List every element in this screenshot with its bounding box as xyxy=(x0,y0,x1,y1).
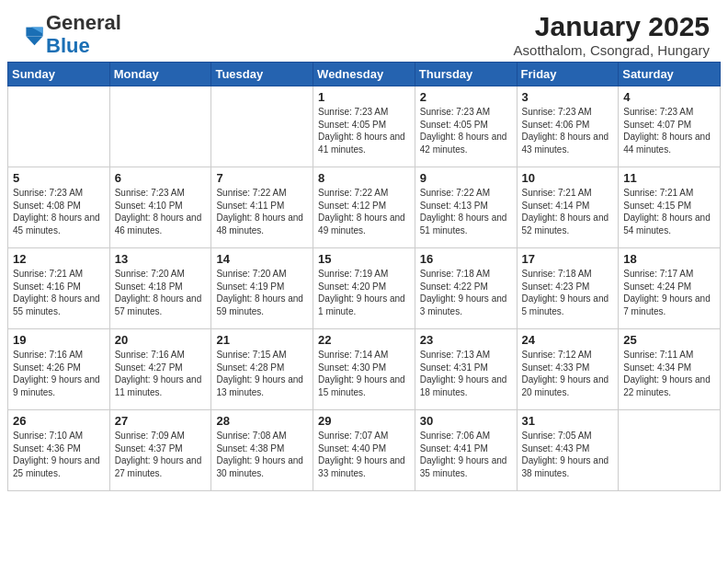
calendar-cell: 18Sunrise: 7:17 AM Sunset: 4:24 PM Dayli… xyxy=(619,248,721,329)
day-number: 16 xyxy=(420,252,512,266)
calendar-cell: 28Sunrise: 7:08 AM Sunset: 4:38 PM Dayli… xyxy=(211,410,313,491)
cell-info: Sunrise: 7:16 AM Sunset: 4:27 PM Dayligh… xyxy=(115,349,207,398)
calendar-cell: 13Sunrise: 7:20 AM Sunset: 4:18 PM Dayli… xyxy=(109,248,211,329)
logo-icon xyxy=(18,22,44,48)
day-number: 15 xyxy=(318,252,410,266)
day-number: 5 xyxy=(13,171,105,185)
day-number: 22 xyxy=(318,333,410,347)
days-header-row: SundayMondayTuesdayWednesdayThursdayFrid… xyxy=(8,63,721,86)
day-of-week-sunday: Sunday xyxy=(8,63,110,86)
day-number: 8 xyxy=(318,171,410,185)
calendar-cell: 9Sunrise: 7:22 AM Sunset: 4:13 PM Daylig… xyxy=(415,167,517,248)
day-number: 23 xyxy=(420,333,512,347)
cell-info: Sunrise: 7:07 AM Sunset: 4:40 PM Dayligh… xyxy=(318,430,410,479)
cell-info: Sunrise: 7:17 AM Sunset: 4:24 PM Dayligh… xyxy=(623,268,715,317)
logo-blue-text: Blue xyxy=(46,34,90,57)
calendar-cell: 17Sunrise: 7:18 AM Sunset: 4:23 PM Dayli… xyxy=(517,248,619,329)
calendar-cell: 4Sunrise: 7:23 AM Sunset: 4:07 PM Daylig… xyxy=(619,86,721,167)
day-number: 6 xyxy=(115,171,207,185)
cell-info: Sunrise: 7:23 AM Sunset: 4:07 PM Dayligh… xyxy=(623,106,715,155)
cell-info: Sunrise: 7:16 AM Sunset: 4:26 PM Dayligh… xyxy=(13,349,105,398)
cell-info: Sunrise: 7:12 AM Sunset: 4:33 PM Dayligh… xyxy=(522,349,614,398)
page-header: General Blue January 2025 Asotthalom, Cs… xyxy=(0,0,728,62)
calendar-cell: 15Sunrise: 7:19 AM Sunset: 4:20 PM Dayli… xyxy=(313,248,415,329)
logo-general-text: General xyxy=(46,11,121,34)
location-title: Asotthalom, Csongrad, Hungary xyxy=(514,42,710,58)
day-number: 29 xyxy=(318,414,410,428)
cell-info: Sunrise: 7:23 AM Sunset: 4:10 PM Dayligh… xyxy=(115,187,207,236)
day-number: 11 xyxy=(623,171,715,185)
calendar-cell: 10Sunrise: 7:21 AM Sunset: 4:14 PM Dayli… xyxy=(517,167,619,248)
day-number: 27 xyxy=(115,414,207,428)
calendar-cell xyxy=(109,86,211,167)
day-number: 12 xyxy=(13,252,105,266)
cell-info: Sunrise: 7:14 AM Sunset: 4:30 PM Dayligh… xyxy=(318,349,410,398)
day-of-week-tuesday: Tuesday xyxy=(211,63,313,86)
cell-info: Sunrise: 7:21 AM Sunset: 4:14 PM Dayligh… xyxy=(522,187,614,236)
cell-info: Sunrise: 7:13 AM Sunset: 4:31 PM Dayligh… xyxy=(420,349,512,398)
day-number: 10 xyxy=(522,171,614,185)
calendar-cell: 22Sunrise: 7:14 AM Sunset: 4:30 PM Dayli… xyxy=(313,329,415,410)
day-number: 20 xyxy=(115,333,207,347)
week-row-2: 5Sunrise: 7:23 AM Sunset: 4:08 PM Daylig… xyxy=(8,167,721,248)
calendar-cell: 7Sunrise: 7:22 AM Sunset: 4:11 PM Daylig… xyxy=(211,167,313,248)
cell-info: Sunrise: 7:21 AM Sunset: 4:16 PM Dayligh… xyxy=(13,268,105,317)
calendar-cell: 8Sunrise: 7:22 AM Sunset: 4:12 PM Daylig… xyxy=(313,167,415,248)
cell-info: Sunrise: 7:23 AM Sunset: 4:06 PM Dayligh… xyxy=(522,106,614,155)
day-of-week-friday: Friday xyxy=(517,63,619,86)
cell-info: Sunrise: 7:09 AM Sunset: 4:37 PM Dayligh… xyxy=(115,430,207,479)
cell-info: Sunrise: 7:05 AM Sunset: 4:43 PM Dayligh… xyxy=(522,430,614,479)
calendar-cell: 14Sunrise: 7:20 AM Sunset: 4:19 PM Dayli… xyxy=(211,248,313,329)
cell-info: Sunrise: 7:22 AM Sunset: 4:13 PM Dayligh… xyxy=(420,187,512,236)
day-number: 19 xyxy=(13,333,105,347)
cell-info: Sunrise: 7:23 AM Sunset: 4:05 PM Dayligh… xyxy=(318,106,410,155)
week-row-4: 19Sunrise: 7:16 AM Sunset: 4:26 PM Dayli… xyxy=(8,329,721,410)
calendar-cell: 26Sunrise: 7:10 AM Sunset: 4:36 PM Dayli… xyxy=(8,410,110,491)
day-number: 9 xyxy=(420,171,512,185)
day-number: 30 xyxy=(420,414,512,428)
week-row-3: 12Sunrise: 7:21 AM Sunset: 4:16 PM Dayli… xyxy=(8,248,721,329)
calendar-cell: 16Sunrise: 7:18 AM Sunset: 4:22 PM Dayli… xyxy=(415,248,517,329)
day-of-week-thursday: Thursday xyxy=(415,63,517,86)
day-of-week-monday: Monday xyxy=(109,63,211,86)
calendar-cell: 30Sunrise: 7:06 AM Sunset: 4:41 PM Dayli… xyxy=(415,410,517,491)
cell-info: Sunrise: 7:23 AM Sunset: 4:08 PM Dayligh… xyxy=(13,187,105,236)
calendar-table: SundayMondayTuesdayWednesdayThursdayFrid… xyxy=(7,62,721,491)
day-number: 24 xyxy=(522,333,614,347)
day-of-week-wednesday: Wednesday xyxy=(313,63,415,86)
calendar-cell: 23Sunrise: 7:13 AM Sunset: 4:31 PM Dayli… xyxy=(415,329,517,410)
cell-info: Sunrise: 7:22 AM Sunset: 4:11 PM Dayligh… xyxy=(216,187,308,236)
calendar-cell xyxy=(211,86,313,167)
day-number: 17 xyxy=(522,252,614,266)
cell-info: Sunrise: 7:19 AM Sunset: 4:20 PM Dayligh… xyxy=(318,268,410,317)
cell-info: Sunrise: 7:11 AM Sunset: 4:34 PM Dayligh… xyxy=(623,349,715,398)
day-number: 21 xyxy=(216,333,308,347)
calendar-cell xyxy=(619,410,721,491)
title-block: January 2025 Asotthalom, Csongrad, Hunga… xyxy=(514,11,710,58)
calendar-cell: 21Sunrise: 7:15 AM Sunset: 4:28 PM Dayli… xyxy=(211,329,313,410)
day-number: 14 xyxy=(216,252,308,266)
calendar-cell: 27Sunrise: 7:09 AM Sunset: 4:37 PM Dayli… xyxy=(109,410,211,491)
cell-info: Sunrise: 7:10 AM Sunset: 4:36 PM Dayligh… xyxy=(13,430,105,479)
calendar-cell: 11Sunrise: 7:21 AM Sunset: 4:15 PM Dayli… xyxy=(619,167,721,248)
svg-marker-1 xyxy=(26,36,42,45)
cell-info: Sunrise: 7:15 AM Sunset: 4:28 PM Dayligh… xyxy=(216,349,308,398)
cell-info: Sunrise: 7:22 AM Sunset: 4:12 PM Dayligh… xyxy=(318,187,410,236)
calendar-cell: 24Sunrise: 7:12 AM Sunset: 4:33 PM Dayli… xyxy=(517,329,619,410)
day-number: 25 xyxy=(623,333,715,347)
logo: General Blue xyxy=(18,12,121,56)
cell-info: Sunrise: 7:20 AM Sunset: 4:18 PM Dayligh… xyxy=(115,268,207,317)
day-of-week-saturday: Saturday xyxy=(619,63,721,86)
day-number: 28 xyxy=(216,414,308,428)
cell-info: Sunrise: 7:20 AM Sunset: 4:19 PM Dayligh… xyxy=(216,268,308,317)
calendar-cell xyxy=(8,86,110,167)
calendar-cell: 12Sunrise: 7:21 AM Sunset: 4:16 PM Dayli… xyxy=(8,248,110,329)
day-number: 7 xyxy=(216,171,308,185)
calendar-cell: 5Sunrise: 7:23 AM Sunset: 4:08 PM Daylig… xyxy=(8,167,110,248)
day-number: 18 xyxy=(623,252,715,266)
week-row-5: 26Sunrise: 7:10 AM Sunset: 4:36 PM Dayli… xyxy=(8,410,721,491)
calendar-cell: 31Sunrise: 7:05 AM Sunset: 4:43 PM Dayli… xyxy=(517,410,619,491)
day-number: 2 xyxy=(420,90,512,104)
cell-info: Sunrise: 7:18 AM Sunset: 4:23 PM Dayligh… xyxy=(522,268,614,317)
calendar-cell: 25Sunrise: 7:11 AM Sunset: 4:34 PM Dayli… xyxy=(619,329,721,410)
